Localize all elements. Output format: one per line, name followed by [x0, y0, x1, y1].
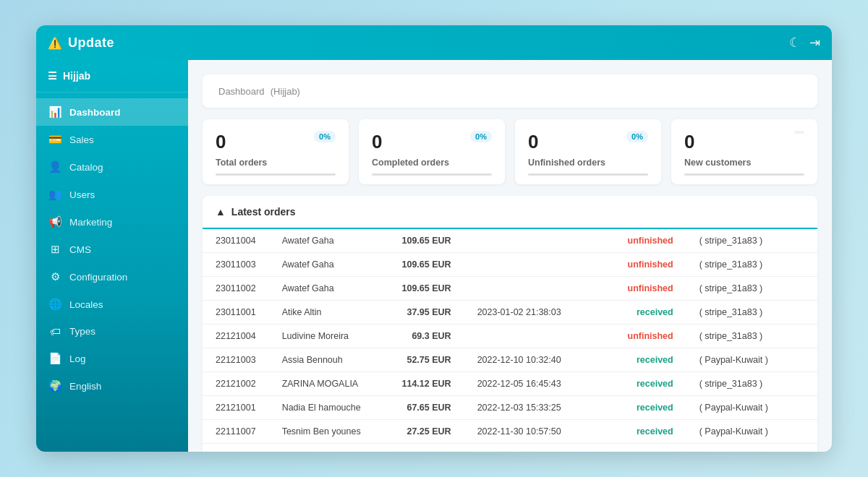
table-row: 23011004 Awatef Gaha 109.65 EUR unfinish…: [203, 229, 817, 253]
english-icon: 🌍: [48, 379, 62, 392]
order-amount: 67.65 EUR: [385, 396, 464, 420]
table-row: 22121004 Ludivine Moreira 69.3 EUR unfin…: [203, 325, 817, 348]
table-row: 23011002 Awatef Gaha 109.65 EUR unfinish…: [203, 277, 817, 301]
sidebar-item-dashboard[interactable]: 📊 Dashboard: [36, 98, 188, 126]
table-row: 22121002 ZARINA MOGALIA 114.12 EUR 2022-…: [203, 372, 817, 396]
order-id: 22121003: [203, 348, 269, 372]
stat-label: Unfinished orders: [528, 158, 648, 168]
order-status: received: [587, 348, 686, 372]
order-payment: ( stripe_31a83 ): [686, 277, 817, 301]
stat-number: 0: [216, 131, 226, 153]
stat-number: 0: [684, 131, 694, 153]
collapse-icon[interactable]: ▲: [216, 206, 226, 218]
sidebar-item-marketing[interactable]: 📢 Marketing: [36, 208, 188, 236]
sidebar-item-catalog[interactable]: 👤 Catalog: [36, 153, 188, 181]
titlebar: ⚠️ Update ☾ ⇥: [36, 25, 832, 60]
marketing-icon: 📢: [48, 215, 62, 228]
order-date: 2022-12-05 16:45:43: [464, 372, 587, 396]
stat-badge: 0%: [470, 131, 492, 142]
cms-icon: ⊞: [48, 243, 62, 256]
stat-number: 0: [372, 131, 382, 153]
order-payment: ( stripe_31a83 ): [686, 301, 817, 325]
stat-bar: [216, 173, 336, 176]
order-payment: ( Paypal-Kuwait ): [686, 348, 817, 372]
dashboard-icon: 📊: [48, 106, 62, 119]
table-row: 22111007 Tesnim Ben younes 27.25 EUR 202…: [203, 420, 817, 444]
stat-label: Total orders: [216, 158, 336, 168]
order-name: Ludivine Moreira: [269, 325, 385, 348]
order-status: received: [587, 301, 686, 325]
titlebar-left: ⚠️ Update: [48, 35, 114, 51]
locales-icon: 🌐: [48, 298, 62, 311]
order-name: Assia Bennouh: [269, 348, 385, 372]
order-name: Awatef Gaha: [269, 229, 385, 253]
order-status: received: [587, 444, 686, 452]
sidebar-item-label: CMS: [69, 244, 91, 255]
order-date: 2022-12-03 15:33:25: [464, 396, 587, 420]
sidebar-item-label: English: [69, 381, 101, 392]
sidebar-item-configuration[interactable]: ⚙ Configuration: [36, 263, 188, 291]
order-amount: 27.25 EUR: [385, 420, 464, 444]
sidebar-menu-icon: ☰: [48, 70, 57, 82]
order-name: Awatef Gaha: [269, 253, 385, 277]
table-row: 23011001 Atike Altin 37.95 EUR 2023-01-0…: [203, 301, 817, 325]
order-amount: 114.12 EUR: [385, 372, 464, 396]
sales-icon: 💳: [48, 133, 62, 146]
order-status: unfinished: [587, 229, 686, 253]
order-date: [464, 277, 587, 301]
order-date: 2023-01-02 21:38:03: [464, 301, 587, 325]
stat-badge: 0%: [314, 131, 336, 142]
sidebar-item-locales[interactable]: 🌐 Locales: [36, 291, 188, 318]
order-name: Atike Altin: [269, 301, 385, 325]
sidebar-item-label: Catalog: [69, 162, 103, 173]
sidebar-item-log[interactable]: 📄 Log: [36, 345, 188, 372]
sidebar-item-users[interactable]: 👥 Users: [36, 181, 188, 208]
stat-card-completed-orders: 0 0% Completed orders: [359, 119, 505, 184]
sidebar-item-label: Types: [69, 326, 95, 337]
table-row: 22111006 Sarah Moch 56.89 EUR 2022-11-20…: [203, 444, 817, 452]
configuration-icon: ⚙: [48, 270, 62, 283]
page-title: Dashboard (Hijjab): [216, 85, 300, 97]
order-status: unfinished: [587, 277, 686, 301]
order-name: ZARINA MOGALIA: [269, 372, 385, 396]
order-id: 22121001: [203, 396, 269, 420]
order-amount: 69.3 EUR: [385, 325, 464, 348]
stat-badge: [794, 131, 804, 134]
order-id: 22121004: [203, 325, 269, 348]
order-id: 23011003: [203, 253, 269, 277]
table-row: 22121003 Assia Bennouh 52.75 EUR 2022-12…: [203, 348, 817, 372]
order-status: received: [587, 372, 686, 396]
order-id: 23011002: [203, 277, 269, 301]
stat-bar: [528, 173, 648, 176]
order-payment: ( Paypal-Kuwait ): [686, 420, 817, 444]
sidebar-item-types[interactable]: 🏷 Types: [36, 318, 188, 345]
stat-bar: [372, 173, 492, 176]
stat-label: Completed orders: [372, 158, 492, 168]
orders-section: ▲ Latest orders 23011004 Awatef Gaha 109…: [203, 196, 817, 452]
order-name: Tesnim Ben younes: [269, 420, 385, 444]
table-row: 23011003 Awatef Gaha 109.65 EUR unfinish…: [203, 253, 817, 277]
sidebar-brand-label: Hijjab: [63, 70, 90, 82]
titlebar-right: ☾ ⇥: [789, 35, 820, 51]
logout-icon[interactable]: ⇥: [809, 35, 820, 51]
order-amount: 109.65 EUR: [385, 277, 464, 301]
stat-number: 0: [528, 131, 538, 153]
order-id: 22111006: [203, 444, 269, 452]
sidebar-item-english[interactable]: 🌍 English: [36, 372, 188, 400]
dark-mode-icon[interactable]: ☾: [789, 35, 801, 51]
stat-card-top: 0 0%: [372, 131, 492, 153]
order-payment: ( stripe_31a83 ): [686, 444, 817, 452]
orders-header: ▲ Latest orders: [203, 196, 817, 229]
stat-card-unfinished-orders: 0 0% Unfinished orders: [515, 119, 661, 184]
sidebar-nav: 📊 Dashboard 💳 Sales 👤 Catalog 👥 Users 📢: [36, 93, 188, 452]
order-payment: ( stripe_31a83 ): [686, 253, 817, 277]
sidebar-item-label: Sales: [69, 134, 94, 145]
stat-badge: 0%: [626, 131, 648, 142]
order-payment: ( stripe_31a83 ): [686, 325, 817, 348]
order-status: unfinished: [587, 325, 686, 348]
sidebar-item-sales[interactable]: 💳 Sales: [36, 126, 188, 153]
sidebar-item-label: Dashboard: [69, 107, 121, 118]
stat-card-top: 0 0%: [528, 131, 648, 153]
order-date: 2022-11-20 12:02:02: [464, 444, 587, 452]
sidebar-item-cms[interactable]: ⊞ CMS: [36, 236, 188, 263]
